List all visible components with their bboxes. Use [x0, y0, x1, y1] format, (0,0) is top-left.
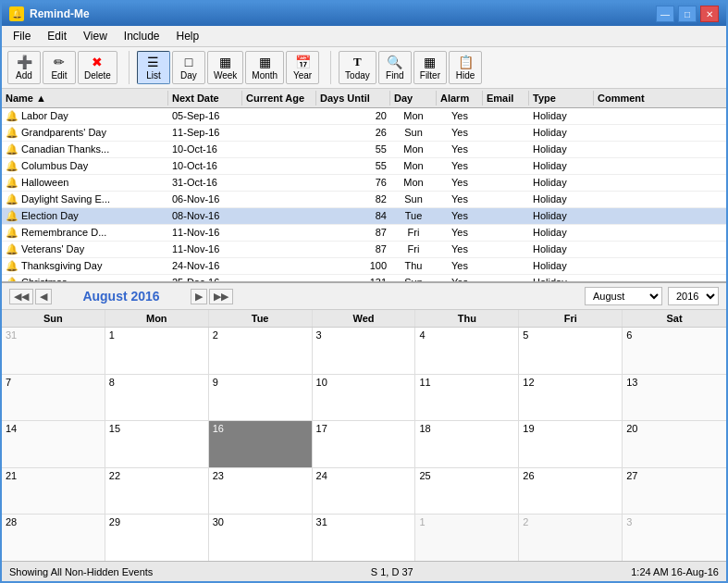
list-row[interactable]: 🔔Veterans' Day 11-Nov-16 87 Fri Yes Holi…	[2, 242, 726, 258]
year-view-button[interactable]: 📅 Year	[286, 51, 319, 84]
calendar-day-12[interactable]: 12	[519, 375, 623, 421]
calendar-day-29[interactable]: 29	[105, 515, 209, 561]
menu-item-edit[interactable]: Edit	[40, 28, 74, 44]
calendar-day-9[interactable]: 9	[209, 375, 313, 421]
week-view-button[interactable]: ▦ Week	[207, 51, 243, 84]
col-name[interactable]: Name ▲	[2, 91, 168, 105]
calendar-day-4[interactable]: 4	[415, 328, 519, 374]
calendar-day-16[interactable]: 16	[209, 421, 313, 467]
cell-email	[483, 242, 529, 257]
list-row[interactable]: 🔔Columbus Day 10-Oct-16 55 Mon Yes Holid…	[2, 158, 726, 175]
calendar-title: August 2016	[61, 289, 181, 304]
calendar-day-2[interactable]: 2	[209, 328, 313, 374]
calendar-day-11[interactable]: 11	[415, 375, 519, 421]
calendar-day-8[interactable]: 8	[105, 375, 209, 421]
year-select[interactable]: 20142015201620172018	[668, 287, 719, 305]
menu-item-file[interactable]: File	[6, 28, 38, 44]
calendar-day-25[interactable]: 25	[415, 468, 519, 515]
find-button[interactable]: 🔍 Find	[378, 51, 412, 84]
col-type[interactable]: Type	[529, 91, 594, 105]
cell-next-date: 25-Dec-16	[168, 275, 242, 281]
cell-type: Holiday	[529, 108, 594, 124]
filter-button[interactable]: ▦ Filter	[413, 51, 447, 84]
cell-next-date: 08-Nov-16	[168, 208, 242, 224]
filter-icon: ▦	[424, 55, 436, 69]
calendar-day-6[interactable]: 6	[623, 328, 726, 374]
calendar-day-13[interactable]: 13	[623, 375, 726, 421]
list-view: Name ▲ Next Date Current Age Days Until …	[2, 89, 726, 283]
calendar-day-28[interactable]: 28	[2, 515, 105, 561]
cell-type: Holiday	[529, 225, 594, 241]
menu-item-view[interactable]: View	[76, 28, 115, 44]
calendar-day-15[interactable]: 15	[105, 421, 209, 467]
cell-name: 🔔Columbus Day	[2, 158, 168, 174]
delete-button[interactable]: ✖ Delete	[78, 51, 117, 84]
calendar-day-18[interactable]: 18	[415, 421, 519, 467]
calendar-day-3[interactable]: 3	[623, 515, 726, 561]
day-number: 29	[109, 516, 120, 527]
col-next-date[interactable]: Next Date	[168, 91, 242, 105]
list-row[interactable]: 🔔Grandparents' Day 11-Sep-16 26 Sun Yes …	[2, 125, 726, 142]
menu-item-help[interactable]: Help	[169, 28, 207, 44]
calendar-day-24[interactable]: 24	[313, 468, 416, 515]
calendar-day-1[interactable]: 1	[105, 328, 209, 374]
calendar-day-19[interactable]: 19	[519, 421, 623, 467]
minimize-button[interactable]: —	[656, 6, 674, 22]
calendar-day-26[interactable]: 26	[519, 468, 623, 515]
calendar-day-20[interactable]: 20	[623, 421, 726, 467]
calendar-day-14[interactable]: 14	[2, 421, 105, 467]
col-days-until[interactable]: Days Until	[316, 91, 390, 105]
month-select[interactable]: JanuaryFebruaryMarchAprilMayJuneJulyAugu…	[585, 287, 662, 305]
cell-type: Holiday	[529, 125, 594, 141]
status-right: 1:24 AM 16-Aug-16	[631, 566, 719, 577]
calendar-day-5[interactable]: 5	[519, 328, 623, 374]
list-row[interactable]: 🔔Halloween 31-Oct-16 76 Mon Yes Holiday	[2, 175, 726, 192]
calendar-day-17[interactable]: 17	[313, 421, 416, 467]
calendar-day-10[interactable]: 10	[313, 375, 416, 421]
col-current-age[interactable]: Current Age	[242, 91, 316, 105]
close-button[interactable]: ✕	[700, 6, 719, 22]
calendar-day-31[interactable]: 31	[2, 328, 105, 374]
cell-name: 🔔Christmas	[2, 275, 168, 281]
calendar-day-31[interactable]: 31	[313, 515, 416, 561]
list-row[interactable]: 🔔Labor Day 05-Sep-16 20 Mon Yes Holiday	[2, 108, 726, 125]
next-next-month-button[interactable]: ▶▶	[209, 289, 233, 304]
list-row[interactable]: 🔔Election Day 08-Nov-16 84 Tue Yes Holid…	[2, 208, 726, 225]
prev-prev-month-button[interactable]: ◀◀	[9, 289, 33, 304]
hide-button[interactable]: 📋 Hide	[449, 51, 482, 84]
col-day[interactable]: Day	[390, 91, 437, 105]
calendar-day-23[interactable]: 23	[209, 468, 313, 515]
cell-days-until: 84	[316, 208, 390, 224]
calendar-day-2[interactable]: 2	[519, 515, 623, 561]
calendar-day-27[interactable]: 27	[623, 468, 726, 515]
list-row[interactable]: 🔔Christmas 25-Dec-16 131 Sun Yes Holiday	[2, 275, 726, 281]
menu-item-include[interactable]: Include	[117, 28, 167, 44]
list-row[interactable]: 🔔Daylight Saving E... 06-Nov-16 82 Sun Y…	[2, 192, 726, 208]
cell-day: Thu	[390, 258, 437, 274]
day-view-button[interactable]: □ Day	[172, 51, 205, 84]
month-view-button[interactable]: ▦ Month	[245, 51, 284, 84]
calendar-day-30[interactable]: 30	[209, 515, 313, 561]
next-month-button[interactable]: ▶	[191, 289, 207, 304]
list-label: List	[146, 70, 161, 81]
list-row[interactable]: 🔔Remembrance D... 11-Nov-16 87 Fri Yes H…	[2, 225, 726, 242]
maximize-button[interactable]: □	[678, 6, 697, 22]
col-alarm[interactable]: Alarm	[437, 91, 483, 105]
col-comment[interactable]: Comment	[594, 91, 726, 105]
prev-month-button[interactable]: ◀	[35, 289, 52, 304]
cell-type: Holiday	[529, 175, 594, 191]
list-row[interactable]: 🔔Canadian Thanks... 10-Oct-16 55 Mon Yes…	[2, 142, 726, 158]
calendar-day-21[interactable]: 21	[2, 468, 105, 515]
add-button[interactable]: ➕ Add	[7, 51, 41, 84]
calendar-header-row: SunMonTueWedThuFriSat	[2, 310, 726, 328]
calendar-day-3[interactable]: 3	[313, 328, 416, 374]
calendar-day-7[interactable]: 7	[2, 375, 105, 421]
day-number: 12	[523, 377, 534, 388]
col-email[interactable]: Email	[483, 91, 529, 105]
list-view-button[interactable]: ☰ List	[137, 51, 170, 84]
edit-button[interactable]: ✏ Edit	[43, 51, 76, 84]
calendar-day-1[interactable]: 1	[415, 515, 519, 561]
list-row[interactable]: 🔔Thanksgiving Day 24-Nov-16 100 Thu Yes …	[2, 258, 726, 275]
calendar-day-22[interactable]: 22	[105, 468, 209, 515]
today-button[interactable]: T Today	[339, 51, 376, 84]
